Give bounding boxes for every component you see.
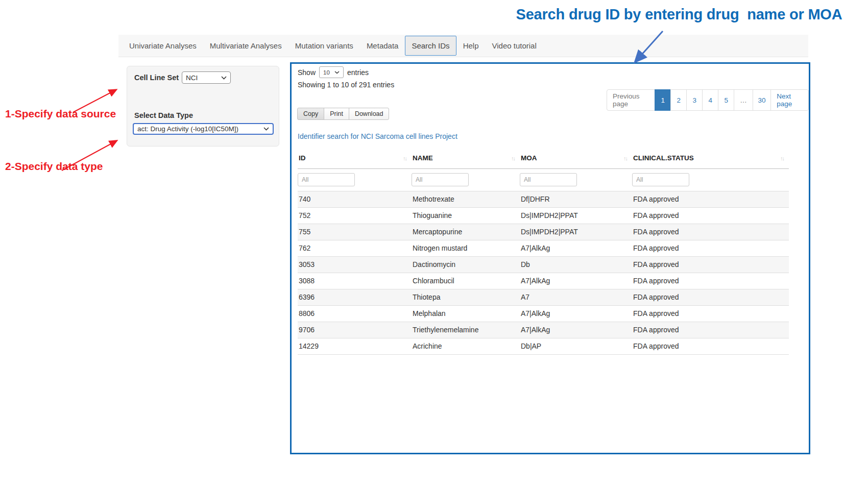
pagination-page-30[interactable]: 30 (753, 89, 771, 111)
cell-clinical-status: FDA approved (632, 273, 789, 289)
page-length-select[interactable]: 10 (319, 66, 344, 78)
filter-input-name[interactable] (412, 173, 469, 186)
export-button-group: CopyPrintDownload (298, 108, 389, 120)
table-info: Showing 1 to 10 of 291 entries (298, 81, 394, 89)
cell-id: 762 (298, 240, 412, 256)
tab-help[interactable]: Help (456, 36, 486, 56)
filter-input-clinical-status[interactable] (632, 173, 689, 186)
sort-icon[interactable]: ↑↓ (780, 155, 784, 161)
filter-input-moa[interactable] (520, 173, 577, 186)
pagination-page-4[interactable]: 4 (702, 89, 718, 111)
pagination-page-3[interactable]: 3 (686, 89, 703, 111)
cell-id: 3053 (298, 256, 412, 273)
print-button[interactable]: Print (324, 108, 349, 120)
cell-name: Triethylenemelamine (412, 322, 520, 338)
filter-cell-clinical-status (632, 168, 789, 191)
tab-univariate-analyses[interactable]: Univariate Analyses (123, 36, 203, 56)
column-label: MOA (521, 154, 537, 162)
table-row[interactable]: 14229AcrichineDb|APFDA approved (298, 338, 789, 354)
cell-line-set-label: Cell Line Set (134, 74, 179, 82)
tab-mutation-variants[interactable]: Mutation variants (288, 36, 360, 56)
cell-moa: A7 (520, 289, 632, 305)
column-label: ID (299, 154, 306, 162)
cell-moa: Df|DHFR (520, 191, 632, 207)
pagination-page-2[interactable]: 2 (670, 89, 687, 111)
cell-clinical-status: FDA approved (632, 305, 789, 322)
cell-clinical-status: FDA approved (632, 224, 789, 240)
cell-name: Chlorambucil (412, 273, 520, 289)
cell-id: 14229 (298, 338, 412, 354)
identifier-search-link[interactable]: Identifier search for NCI Sarcoma cell l… (298, 132, 457, 140)
page-title: Search drug ID by entering drug name or … (511, 6, 848, 23)
tab-metadata[interactable]: Metadata (360, 36, 405, 56)
filter-cell-id (298, 168, 412, 191)
cell-moa: A7|AlkAg (520, 273, 632, 289)
table-row[interactable]: 3053DactinomycinDbFDA approved (298, 256, 789, 273)
table-row[interactable]: 6396ThiotepaA7FDA approved (298, 289, 789, 305)
cell-moa: Db|AP (520, 338, 632, 354)
annotation-step1: 1-Specify data source (5, 108, 116, 120)
sort-icon[interactable]: ↑↓ (511, 155, 515, 161)
cell-clinical-status: FDA approved (632, 289, 789, 305)
cell-moa: A7|AlkAg (520, 240, 632, 256)
table-row[interactable]: 762Nitrogen mustardA7|AlkAgFDA approved (298, 240, 789, 256)
copy-button[interactable]: Copy (297, 108, 324, 120)
cell-name: Melphalan (412, 305, 520, 322)
pagination-previous[interactable]: Previous page (607, 89, 655, 111)
cell-name: Dactinomycin (412, 256, 520, 273)
cell-name: Acrichine (412, 338, 520, 354)
select-data-type-label: Select Data Type (134, 111, 193, 119)
cell-id: 752 (298, 207, 412, 224)
download-button[interactable]: Download (349, 108, 390, 120)
table-filter-row (298, 168, 789, 191)
chevron-down-icon (263, 127, 269, 131)
tab-multivariate-analyses[interactable]: Multivariate Analyses (203, 36, 288, 56)
table-header-row: ID↑↓NAME↑↓MOA↑↓CLINICAL.STATUS↑↓ (298, 148, 789, 168)
data-type-select[interactable]: act: Drug Activity (-log10[IC50M]) (133, 123, 274, 135)
sidebar-panel: Cell Line Set NCI Select Data Type act: … (127, 66, 279, 147)
annotation-step2: 2-Specify data type (5, 160, 103, 173)
cell-clinical-status: FDA approved (632, 322, 789, 338)
cell-id: 6396 (298, 289, 412, 305)
table-row[interactable]: 752ThioguanineDs|IMPDH2|PPATFDA approved (298, 207, 789, 224)
tab-video-tutorial[interactable]: Video tutorial (485, 36, 543, 56)
cell-moa: Db (520, 256, 632, 273)
cell-clinical-status: FDA approved (632, 191, 789, 207)
filter-cell-moa (520, 168, 632, 191)
cell-moa: Ds|IMPDH2|PPAT (520, 207, 632, 224)
cell-id: 9706 (298, 322, 412, 338)
column-header-clinical-status[interactable]: CLINICAL.STATUS↑↓ (632, 148, 789, 168)
drug-id-table: ID↑↓NAME↑↓MOA↑↓CLINICAL.STATUS↑↓ 740Meth… (298, 148, 789, 355)
column-header-id[interactable]: ID↑↓ (298, 148, 412, 168)
page-length-control: Show 10 entries (298, 66, 369, 78)
table-row[interactable]: 3088ChlorambucilA7|AlkAgFDA approved (298, 273, 789, 289)
column-header-moa[interactable]: MOA↑↓ (520, 148, 632, 168)
cell-name: Mercaptopurine (412, 224, 520, 240)
cell-name: Methotrexate (412, 191, 520, 207)
cell-id: 8806 (298, 305, 412, 322)
cell-line-set-select[interactable]: NCI (182, 71, 231, 84)
table-row[interactable]: 8806MelphalanA7|AlkAgFDA approved (298, 305, 789, 322)
sort-icon[interactable]: ↑↓ (403, 155, 406, 161)
table-row[interactable]: 740MethotrexateDf|DHFRFDA approved (298, 191, 789, 207)
cell-clinical-status: FDA approved (632, 240, 789, 256)
sort-icon[interactable]: ↑↓ (623, 155, 627, 161)
pagination-page-5[interactable]: 5 (718, 89, 734, 111)
cell-clinical-status: FDA approved (632, 256, 789, 273)
pagination-ellipsis: … (734, 89, 753, 111)
pagination-page-1[interactable]: 1 (655, 89, 671, 111)
filter-input-id[interactable] (298, 173, 355, 186)
cell-clinical-status: FDA approved (632, 338, 789, 354)
table-row[interactable]: 755MercaptopurineDs|IMPDH2|PPATFDA appro… (298, 224, 789, 240)
tab-search-ids[interactable]: Search IDs (405, 36, 456, 56)
page-length-value: 10 (323, 69, 330, 76)
pagination-next[interactable]: Next page (770, 89, 809, 111)
cell-id: 3088 (298, 273, 412, 289)
cell-id: 740 (298, 191, 412, 207)
table-row[interactable]: 9706TriethylenemelamineA7|AlkAgFDA appro… (298, 322, 789, 338)
entries-label: entries (347, 68, 369, 77)
column-header-name[interactable]: NAME↑↓ (412, 148, 520, 168)
column-label: NAME (413, 154, 433, 162)
cell-name: Thiotepa (412, 289, 520, 305)
cell-moa: A7|AlkAg (520, 305, 632, 322)
